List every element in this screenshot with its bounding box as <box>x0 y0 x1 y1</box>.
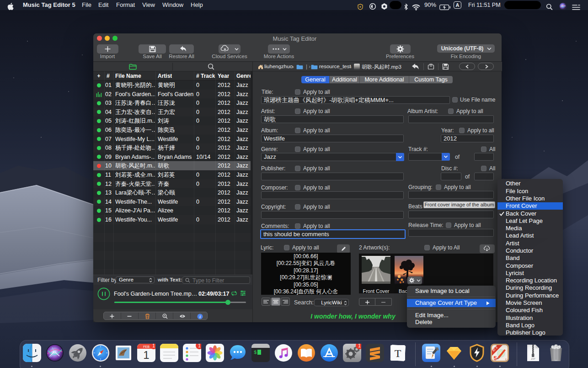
svg-text:♪: ♪ <box>505 357 507 361</box>
svg-text:1: 1 <box>152 344 155 348</box>
svg-text:T: T <box>394 347 401 359</box>
svg-text:1: 1 <box>198 344 201 348</box>
svg-text:FEB: FEB <box>143 345 150 348</box>
svg-text:1: 1 <box>358 344 361 348</box>
svg-text:1: 1 <box>143 349 149 361</box>
svg-text:5: 5 <box>493 355 497 362</box>
svg-text:ZIP: ZIP <box>531 357 535 360</box>
svg-text:$: $ <box>254 350 257 355</box>
